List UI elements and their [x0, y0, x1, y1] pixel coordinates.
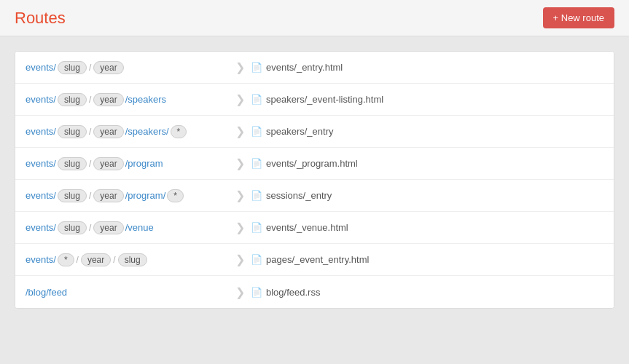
route-arrow-icon: ❯	[235, 189, 245, 202]
path-badge-wildcard: *	[167, 189, 184, 202]
route-arrow-icon: ❯	[235, 60, 245, 74]
route-template: 📄speakers/_entry	[251, 126, 334, 137]
path-badge: slug	[58, 157, 87, 170]
route-row[interactable]: events/slug/year/venue❯📄events/_venue.ht…	[15, 212, 614, 244]
file-icon: 📄	[251, 287, 262, 298]
route-template: 📄events/_venue.html	[251, 222, 348, 233]
route-row[interactable]: events/slug/year/speakers❯📄speakers/_eve…	[15, 84, 614, 116]
route-row[interactable]: events/slug/year❯📄events/_entry.html	[15, 52, 614, 84]
template-filename: events/_entry.html	[266, 62, 343, 73]
template-filename: blog/feed.rss	[266, 287, 320, 298]
path-badge: year	[81, 253, 111, 266]
route-template: 📄events/_program.html	[251, 158, 358, 169]
path-text: events/	[26, 62, 56, 73]
route-path: events/slug/year/speakers/*	[26, 125, 230, 138]
path-separator: /	[113, 255, 115, 265]
path-badge: slug	[58, 125, 87, 138]
file-icon: 📄	[251, 222, 262, 233]
path-text: /program/	[125, 190, 166, 201]
route-path: events/slug/year/program/*	[26, 189, 230, 202]
main-content: events/slug/year❯📄events/_entry.htmleven…	[0, 36, 629, 323]
path-badge: year	[93, 157, 123, 170]
path-text: events/	[26, 190, 56, 201]
route-path: events/slug/year/venue	[26, 221, 230, 234]
path-text: /venue	[125, 222, 154, 233]
route-arrow-icon: ❯	[235, 221, 245, 234]
route-path: events/slug/year/speakers	[26, 93, 230, 106]
path-text: events/	[26, 94, 56, 105]
template-filename: pages/_event_entry.html	[266, 254, 369, 265]
template-filename: events/_venue.html	[266, 222, 348, 233]
template-filename: sessions/_entry	[266, 190, 332, 201]
template-filename: speakers/_entry	[266, 126, 334, 137]
file-icon: 📄	[251, 126, 262, 137]
template-filename: events/_program.html	[266, 158, 358, 169]
path-separator: /	[89, 223, 91, 233]
path-badge: slug	[118, 253, 147, 266]
path-text: events/	[26, 254, 56, 265]
path-text: /speakers	[125, 94, 166, 105]
route-path: events/slug/year	[26, 61, 230, 74]
page-title: Routes	[15, 9, 66, 28]
route-row[interactable]: /blog/feed❯📄blog/feed.rss	[15, 276, 614, 308]
route-row[interactable]: events/*/year/slug❯📄pages/_event_entry.h…	[15, 244, 614, 276]
route-row[interactable]: events/slug/year/program❯📄events/_progra…	[15, 148, 614, 180]
path-separator: /	[89, 127, 91, 137]
path-badge: year	[93, 61, 123, 74]
page-header: Routes + New route	[0, 0, 629, 36]
template-filename: speakers/_event-listing.html	[266, 94, 383, 105]
route-arrow-icon: ❯	[235, 92, 245, 106]
path-text: /program	[125, 158, 163, 169]
path-badge: year	[93, 189, 123, 202]
route-template: 📄blog/feed.rss	[251, 287, 320, 298]
path-badge: slug	[58, 93, 87, 106]
file-icon: 📄	[251, 62, 262, 73]
file-icon: 📄	[251, 158, 262, 169]
path-text: events/	[26, 222, 56, 233]
route-row[interactable]: events/slug/year/speakers/*❯📄speakers/_e…	[15, 116, 614, 148]
path-badge: slug	[58, 221, 87, 234]
file-icon: 📄	[251, 254, 262, 265]
route-template: 📄speakers/_event-listing.html	[251, 94, 383, 105]
path-badge-wildcard: *	[171, 125, 187, 138]
routes-list: events/slug/year❯📄events/_entry.htmleven…	[15, 51, 614, 309]
path-badge: year	[93, 221, 123, 234]
new-route-button[interactable]: + New route	[543, 7, 614, 28]
route-arrow-icon: ❯	[235, 124, 245, 138]
route-template: 📄events/_entry.html	[251, 62, 343, 73]
path-text: /speakers/	[125, 126, 169, 137]
route-row[interactable]: events/slug/year/program/*❯📄sessions/_en…	[15, 180, 614, 212]
path-text: /blog/feed	[26, 287, 67, 298]
path-badge: year	[93, 93, 123, 106]
path-badge: slug	[58, 61, 87, 74]
route-arrow-icon: ❯	[235, 253, 245, 266]
path-badge-wildcard: *	[58, 253, 74, 266]
file-icon: 📄	[251, 190, 262, 201]
path-text: events/	[26, 158, 56, 169]
route-arrow-icon: ❯	[235, 285, 245, 299]
path-separator: /	[89, 191, 91, 201]
path-separator: /	[89, 63, 91, 73]
route-template: 📄sessions/_entry	[251, 190, 332, 201]
route-path: events/slug/year/program	[26, 157, 230, 170]
path-badge: year	[93, 125, 123, 138]
path-text: events/	[26, 126, 56, 137]
route-arrow-icon: ❯	[235, 157, 245, 170]
route-path: /blog/feed	[26, 287, 230, 298]
route-path: events/*/year/slug	[26, 253, 230, 266]
file-icon: 📄	[251, 94, 262, 105]
path-separator: /	[89, 159, 91, 169]
path-separator: /	[89, 95, 91, 105]
path-separator: /	[77, 255, 79, 265]
route-template: 📄pages/_event_entry.html	[251, 254, 369, 265]
path-badge: slug	[58, 189, 87, 202]
